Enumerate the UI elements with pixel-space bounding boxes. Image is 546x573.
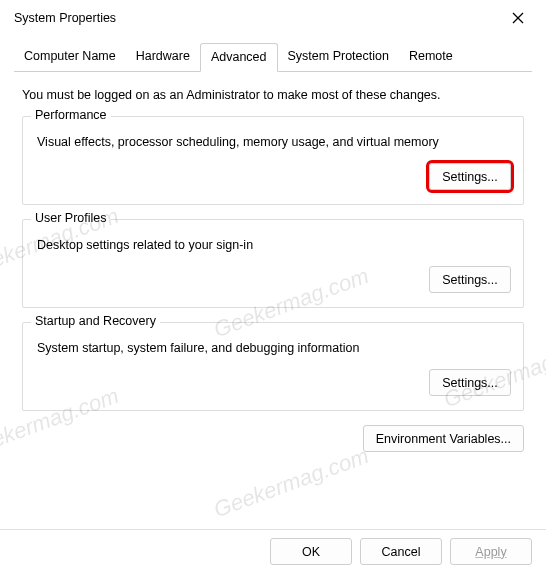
group-user-profiles-actions: Settings... xyxy=(35,266,511,293)
group-user-profiles-title: User Profiles xyxy=(31,211,111,225)
performance-settings-button[interactable]: Settings... xyxy=(429,163,511,190)
tab-system-protection[interactable]: System Protection xyxy=(278,43,399,72)
ok-button[interactable]: OK xyxy=(270,538,352,565)
window-title: System Properties xyxy=(14,11,498,25)
group-user-profiles: User Profiles Desktop settings related t… xyxy=(22,219,524,308)
apply-button: Apply xyxy=(450,538,532,565)
cancel-button[interactable]: Cancel xyxy=(360,538,442,565)
user-profiles-settings-button[interactable]: Settings... xyxy=(429,266,511,293)
tab-content-advanced: You must be logged on as an Administrato… xyxy=(0,72,546,472)
tab-advanced[interactable]: Advanced xyxy=(200,43,278,72)
group-performance-desc: Visual effects, processor scheduling, me… xyxy=(37,135,511,149)
titlebar: System Properties xyxy=(0,0,546,36)
close-button[interactable] xyxy=(498,2,538,34)
group-user-profiles-desc: Desktop settings related to your sign-in xyxy=(37,238,511,252)
env-row: Environment Variables... xyxy=(22,425,524,452)
dialog-button-bar: OK Cancel Apply xyxy=(0,529,546,573)
group-performance: Performance Visual effects, processor sc… xyxy=(22,116,524,205)
group-startup-actions: Settings... xyxy=(35,369,511,396)
group-startup-recovery: Startup and Recovery System startup, sys… xyxy=(22,322,524,411)
tab-hardware[interactable]: Hardware xyxy=(126,43,200,72)
group-startup-desc: System startup, system failure, and debu… xyxy=(37,341,511,355)
startup-settings-button[interactable]: Settings... xyxy=(429,369,511,396)
close-icon xyxy=(512,12,524,24)
group-performance-title: Performance xyxy=(31,108,111,122)
group-startup-title: Startup and Recovery xyxy=(31,314,160,328)
tab-strip: Computer Name Hardware Advanced System P… xyxy=(14,42,532,72)
tab-computer-name[interactable]: Computer Name xyxy=(14,43,126,72)
group-performance-actions: Settings... xyxy=(35,163,511,190)
intro-text: You must be logged on as an Administrato… xyxy=(22,88,524,102)
tab-remote[interactable]: Remote xyxy=(399,43,463,72)
environment-variables-button[interactable]: Environment Variables... xyxy=(363,425,524,452)
